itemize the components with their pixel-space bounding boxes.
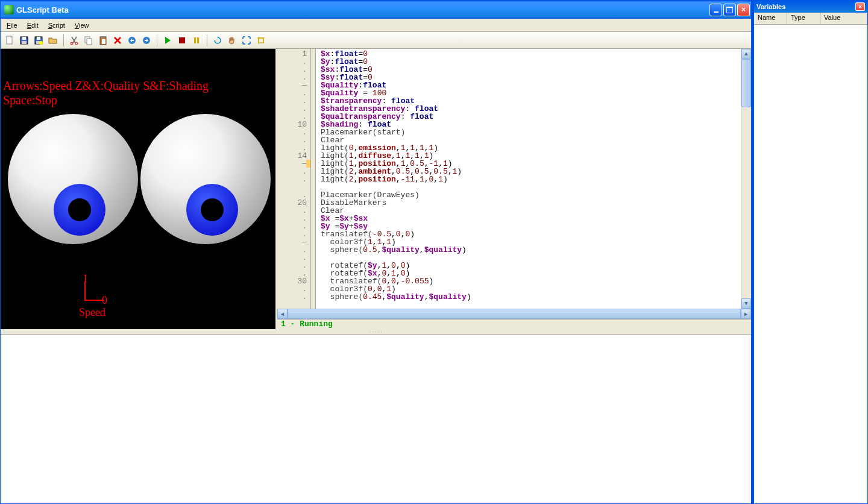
variables-header: Name Type Value bbox=[754, 13, 867, 25]
line-gutter: 1...—....10...14—...20....—....30.. bbox=[277, 49, 311, 309]
undo-icon[interactable] bbox=[125, 34, 139, 47]
stop-icon[interactable] bbox=[175, 34, 189, 47]
svg-rect-20 bbox=[259, 38, 263, 43]
delete-icon[interactable] bbox=[111, 34, 124, 47]
app-icon bbox=[4, 5, 14, 14]
close-button[interactable]: × bbox=[737, 4, 750, 16]
svg-point-7 bbox=[39, 41, 43, 45]
crop-icon[interactable] bbox=[254, 34, 268, 47]
render-viewport[interactable]: Arrows:Speed Z&X:Quality S&F:Shading Spa… bbox=[1, 49, 275, 329]
refresh-icon[interactable] bbox=[211, 34, 224, 47]
new-file-icon[interactable] bbox=[3, 34, 16, 47]
menu-edit[interactable]: Edit bbox=[22, 20, 43, 30]
pause-icon[interactable] bbox=[190, 34, 203, 47]
svg-rect-2 bbox=[22, 37, 26, 40]
variables-titlebar[interactable]: Variables × bbox=[754, 1, 867, 13]
menubar: File Edit Script View bbox=[1, 19, 751, 32]
code-area[interactable]: $x:float=0$y:float=0$sx:float=0$sy:float… bbox=[316, 49, 741, 309]
open-icon[interactable] bbox=[46, 34, 60, 47]
overlay-instructions-1: Arrows:Speed Z&X:Quality S&F:Shading bbox=[3, 79, 209, 93]
svg-rect-3 bbox=[22, 41, 27, 44]
status-bar: 1 - Running bbox=[277, 319, 751, 329]
svg-rect-13 bbox=[101, 36, 105, 38]
run-icon[interactable] bbox=[161, 34, 174, 47]
col-type[interactable]: Type bbox=[787, 13, 820, 24]
menu-view[interactable]: View bbox=[70, 20, 94, 30]
svg-rect-5 bbox=[37, 37, 40, 40]
editor-panel: 1...—....10...14—...20....—....30.. $x:f… bbox=[275, 49, 751, 329]
variables-close-icon[interactable]: × bbox=[855, 2, 865, 11]
svg-rect-18 bbox=[194, 37, 196, 43]
save-as-icon[interactable] bbox=[32, 34, 45, 47]
overlay-instructions-2: Space:Stop bbox=[3, 93, 57, 107]
variables-window: Variables × Name Type Value bbox=[753, 0, 868, 504]
paste-icon[interactable] bbox=[96, 34, 110, 47]
save-icon[interactable] bbox=[17, 34, 31, 47]
toolbar bbox=[1, 32, 751, 49]
menu-script[interactable]: Script bbox=[43, 20, 70, 30]
rendered-eye-right bbox=[140, 114, 271, 244]
hand-icon[interactable] bbox=[225, 34, 239, 47]
copy-icon[interactable] bbox=[82, 34, 95, 47]
svg-rect-11 bbox=[87, 39, 92, 45]
window-title: GLScript Beta bbox=[16, 5, 709, 14]
menu-file[interactable]: File bbox=[2, 20, 22, 30]
col-name[interactable]: Name bbox=[754, 13, 787, 24]
horizontal-scrollbar[interactable]: ◄► bbox=[277, 309, 751, 319]
splitter[interactable]: · · · · · bbox=[1, 329, 751, 334]
vertical-scrollbar[interactable]: ▲ ▼ bbox=[741, 49, 751, 309]
svg-rect-14 bbox=[102, 39, 105, 44]
cut-icon[interactable] bbox=[68, 34, 81, 47]
output-panel[interactable] bbox=[1, 334, 751, 503]
variables-body[interactable] bbox=[754, 25, 867, 503]
titlebar[interactable]: GLScript Beta × bbox=[1, 1, 751, 19]
redo-icon[interactable] bbox=[140, 34, 153, 47]
svg-rect-17 bbox=[179, 37, 185, 43]
col-value[interactable]: Value bbox=[820, 13, 867, 24]
fullscreen-icon[interactable] bbox=[240, 34, 253, 47]
svg-point-8 bbox=[71, 42, 73, 45]
maximize-button[interactable] bbox=[723, 4, 736, 16]
minimize-button[interactable] bbox=[709, 4, 722, 16]
main-window: GLScript Beta × File Edit Script View bbox=[0, 0, 753, 504]
svg-rect-19 bbox=[197, 37, 199, 43]
rendered-eye-left bbox=[8, 114, 138, 244]
code-editor[interactable]: 1...—....10...14—...20....—....30.. $x:f… bbox=[277, 49, 751, 309]
svg-point-9 bbox=[75, 42, 78, 45]
